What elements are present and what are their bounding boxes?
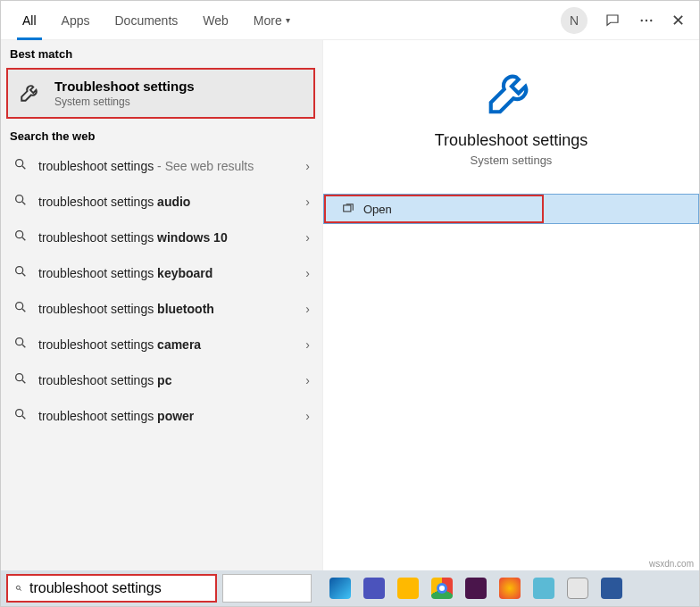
svg-point-5 xyxy=(16,231,23,238)
taskbar-app-explorer[interactable] xyxy=(397,578,419,599)
web-result-text: troubleshoot settings windows 10 xyxy=(38,230,228,245)
chevron-right-icon: › xyxy=(305,195,310,209)
svg-point-0 xyxy=(641,19,643,21)
user-avatar[interactable]: N xyxy=(561,7,588,34)
web-result[interactable]: troubleshoot settings windows 10› xyxy=(1,220,322,255)
taskbar-app-snipping[interactable] xyxy=(567,578,588,599)
taskbar-app-slack[interactable] xyxy=(465,578,487,599)
close-icon[interactable]: ✕ xyxy=(671,11,685,30)
search-icon xyxy=(15,581,22,595)
feedback-icon[interactable] xyxy=(604,12,621,29)
best-match-subtitle: System settings xyxy=(54,96,195,108)
web-result[interactable]: troubleshoot settings pc› xyxy=(1,362,322,398)
web-result[interactable]: troubleshoot settings keyboard› xyxy=(1,255,322,291)
preview-title: Troubleshoot settings xyxy=(435,131,588,150)
svg-point-12 xyxy=(16,586,20,589)
wrench-icon xyxy=(19,80,42,107)
web-result-text: troubleshoot settings keyboard xyxy=(38,266,212,280)
web-result-text: troubleshoot settings bluetooth xyxy=(38,302,214,316)
taskbar-app-teams[interactable] xyxy=(363,578,385,599)
chevron-right-icon: › xyxy=(305,230,310,245)
best-match-result[interactable]: Troubleshoot settings System settings xyxy=(6,68,315,119)
preview-panel: Troubleshoot settings System settings Op… xyxy=(322,40,699,570)
web-result-text: troubleshoot settings audio xyxy=(38,195,190,209)
svg-point-2 xyxy=(650,19,652,21)
search-icon xyxy=(13,157,28,175)
chevron-right-icon: › xyxy=(305,302,310,316)
open-button[interactable]: Open xyxy=(324,195,544,223)
chevron-right-icon: › xyxy=(305,159,310,173)
open-icon xyxy=(342,203,354,215)
search-icon xyxy=(13,300,28,318)
taskbar xyxy=(1,570,699,606)
best-match-title: Troubleshoot settings xyxy=(54,79,195,94)
search-icon xyxy=(13,407,28,425)
section-best-match: Best match xyxy=(1,40,322,66)
svg-rect-11 xyxy=(344,205,351,212)
svg-point-10 xyxy=(16,410,23,417)
search-icon xyxy=(13,336,28,353)
web-result-text: troubleshoot settings pc xyxy=(38,373,171,387)
more-options-icon[interactable] xyxy=(638,12,655,29)
chevron-right-icon: › xyxy=(305,337,310,352)
chevron-right-icon: › xyxy=(305,409,310,423)
open-label: Open xyxy=(363,203,392,216)
taskbar-app-paint[interactable] xyxy=(533,578,554,599)
wrench-icon xyxy=(484,63,539,119)
svg-point-8 xyxy=(16,338,23,345)
web-result-text: troubleshoot settings power xyxy=(38,409,194,423)
web-result[interactable]: troubleshoot settings - See web results› xyxy=(1,148,322,184)
tab-web[interactable]: Web xyxy=(190,1,241,40)
web-result-text: troubleshoot settings camera xyxy=(38,337,201,352)
tab-all[interactable]: All xyxy=(10,1,49,40)
search-icon xyxy=(13,264,28,282)
svg-point-1 xyxy=(646,19,647,21)
svg-point-4 xyxy=(16,195,23,203)
taskbar-spacer xyxy=(222,574,312,603)
svg-point-7 xyxy=(16,303,23,310)
search-icon xyxy=(13,371,28,389)
taskbar-app-chrome[interactable] xyxy=(431,578,453,599)
search-icon xyxy=(13,229,28,246)
web-result[interactable]: troubleshoot settings bluetooth› xyxy=(1,291,322,327)
preview-subtitle: System settings xyxy=(471,154,553,167)
search-input[interactable] xyxy=(29,580,208,596)
taskbar-app-edge[interactable] xyxy=(329,578,351,599)
svg-point-3 xyxy=(16,160,23,167)
watermark: wsxdn.com xyxy=(649,559,694,569)
web-result[interactable]: troubleshoot settings power› xyxy=(1,398,322,434)
section-search-web: Search the web xyxy=(1,122,322,148)
chevron-right-icon: › xyxy=(305,373,310,387)
search-box[interactable] xyxy=(6,574,217,603)
results-panel: Best match Troubleshoot settings System … xyxy=(1,40,322,570)
chevron-right-icon: › xyxy=(305,266,310,280)
search-scope-tabs: All Apps Documents Web More▾ N ✕ xyxy=(1,1,699,40)
taskbar-app-word[interactable] xyxy=(601,578,622,599)
svg-point-9 xyxy=(16,374,23,381)
action-row: Open xyxy=(323,194,699,224)
svg-point-6 xyxy=(16,267,23,274)
tab-more[interactable]: More▾ xyxy=(241,1,303,40)
chevron-down-icon: ▾ xyxy=(286,15,290,25)
web-result-text: troubleshoot settings - See web results xyxy=(38,159,254,173)
tab-apps[interactable]: Apps xyxy=(49,1,103,40)
tab-documents[interactable]: Documents xyxy=(102,1,190,40)
search-icon xyxy=(13,193,28,211)
taskbar-apps xyxy=(317,578,699,599)
taskbar-app-chrome-canary[interactable] xyxy=(499,578,521,599)
web-result[interactable]: troubleshoot settings audio› xyxy=(1,184,322,220)
action-spacer[interactable] xyxy=(544,195,698,223)
web-result[interactable]: troubleshoot settings camera› xyxy=(1,327,322,362)
